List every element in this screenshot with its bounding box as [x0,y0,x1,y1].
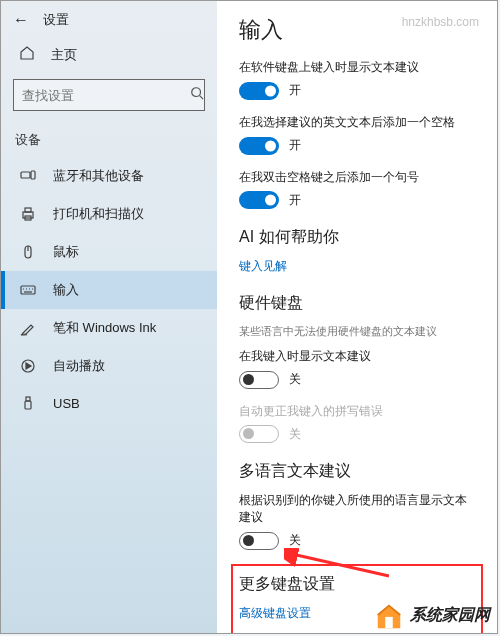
svg-rect-2 [21,172,30,178]
svg-rect-16 [25,401,31,409]
heading-ai: AI 如何帮助你 [239,227,477,248]
setting-label: 自动更正我键入的拼写错误 [239,403,477,420]
toggle-add-period[interactable] [239,191,279,209]
sidebar-item-home[interactable]: 主页 [1,35,217,75]
printer-icon [19,206,37,222]
toggle-state: 开 [289,137,301,154]
search-input[interactable] [22,88,190,103]
logo-icon [374,600,404,630]
section-label-devices: 设备 [1,125,217,157]
nav-label: 输入 [53,281,79,299]
sidebar-item-mouse[interactable]: 鼠标 [1,233,217,271]
toggle-hw-suggestions[interactable] [239,371,279,389]
heading-multilang: 多语言文本建议 [239,461,477,482]
nav-label: 蓝牙和其他设备 [53,167,144,185]
svg-rect-3 [31,171,35,179]
toggle-state: 开 [289,192,301,209]
heading-more-keyboard: 更多键盘设置 [239,574,475,595]
link-typing-insights[interactable]: 键入见解 [239,258,477,275]
search-icon [190,86,204,104]
sidebar-item-bluetooth[interactable]: 蓝牙和其他设备 [1,157,217,195]
hardware-desc: 某些语言中无法使用硬件键盘的文本建议 [239,324,477,339]
home-icon [19,45,35,65]
sidebar: ← 设置 主页 设备 蓝牙和其他设备 打印机和扫描仪 [1,1,217,633]
nav-label: 打印机和扫描仪 [53,205,144,223]
toggle-multilang[interactable] [239,532,279,550]
mouse-icon [19,244,37,260]
svg-rect-20 [385,617,393,628]
svg-rect-17 [26,397,30,401]
bluetooth-icon [19,168,37,184]
setting-label: 在我双击空格键之后添加一个句号 [239,169,477,186]
sidebar-item-printers[interactable]: 打印机和扫描仪 [1,195,217,233]
sidebar-item-pen[interactable]: 笔和 Windows Ink [1,309,217,347]
window-title: 设置 [43,11,69,29]
content-pane: 输入 在软件键盘上键入时显示文本建议 开 在我选择建议的英文文本后添加一个空格 … [217,1,497,633]
toggle-hw-autocorrect [239,425,279,443]
autoplay-icon [19,358,37,374]
keyboard-icon [19,282,37,298]
sidebar-item-usb[interactable]: USB [1,385,217,421]
setting-label: 在我选择建议的英文文本后添加一个空格 [239,114,477,131]
sidebar-item-typing[interactable]: 输入 [1,271,217,309]
nav-label: 笔和 Windows Ink [53,319,156,337]
toggle-add-space[interactable] [239,137,279,155]
home-label: 主页 [51,46,77,64]
toggle-state: 关 [289,371,301,388]
nav-label: 鼠标 [53,243,79,261]
toggle-show-suggestions[interactable] [239,82,279,100]
nav-label: USB [53,396,80,411]
toggle-state: 开 [289,82,301,99]
setting-label: 在我键入时显示文本建议 [239,348,477,365]
toggle-state: 关 [289,426,301,443]
toggle-state: 关 [289,532,301,549]
setting-label: 根据识别到的你键入所使用的语言显示文本建议 [239,492,477,526]
search-box[interactable] [13,79,205,111]
site-logo: 系统家园网 [374,600,490,630]
pen-icon [19,320,37,336]
nav-label: 自动播放 [53,357,105,375]
back-button[interactable]: ← [13,11,29,29]
logo-text: 系统家园网 [410,605,490,626]
svg-rect-5 [25,208,31,212]
heading-hardware-keyboard: 硬件键盘 [239,293,477,314]
setting-label: 在软件键盘上键入时显示文本建议 [239,59,477,76]
svg-rect-9 [21,286,35,294]
usb-icon [19,395,37,411]
sidebar-item-autoplay[interactable]: 自动播放 [1,347,217,385]
svg-line-1 [200,96,204,100]
page-title: 输入 [239,15,477,45]
svg-point-0 [192,88,201,97]
